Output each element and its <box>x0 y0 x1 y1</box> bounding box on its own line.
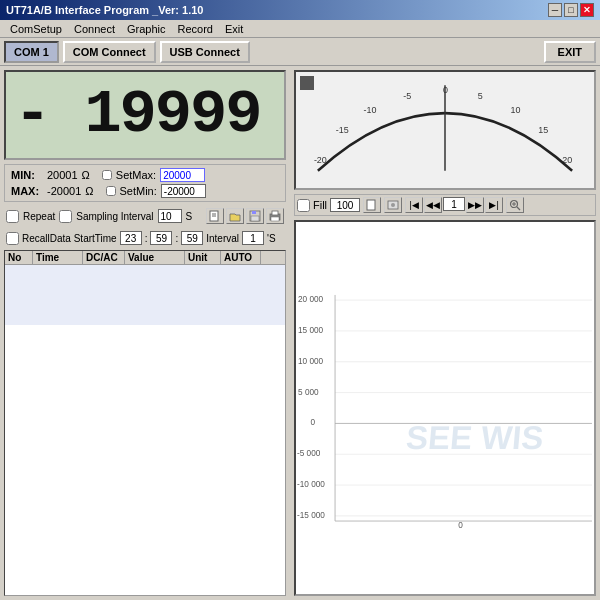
nav-first-btn[interactable]: |◀ <box>405 197 423 213</box>
save-icon-btn[interactable] <box>246 208 264 224</box>
svg-point-21 <box>391 203 395 207</box>
close-button[interactable]: ✕ <box>580 3 594 17</box>
gauge-area: -20 -15 -10 -5 0 5 10 15 20 <box>294 70 596 190</box>
min-unit: Ω <box>82 169 90 181</box>
nav-last-btn[interactable]: ▶| <box>485 197 503 213</box>
setmin-input[interactable] <box>161 184 206 198</box>
nav-prev-btn[interactable]: ◀◀ <box>424 197 442 213</box>
com-button[interactable]: COM 1 <box>4 41 59 63</box>
max-value: -20001 <box>47 185 81 197</box>
setmax-label: SetMax: <box>116 169 156 181</box>
col-auto: AUTO <box>221 251 261 264</box>
svg-text:20 000: 20 000 <box>298 295 324 304</box>
fill-checkbox[interactable] <box>297 199 310 212</box>
com-connect-button[interactable]: COM Connect <box>63 41 156 63</box>
setmin-checkbox[interactable] <box>106 186 116 196</box>
minmax-panel: MIN: 20001 Ω SetMax: MAX: -20001 Ω SetMi… <box>4 164 286 202</box>
min-label: MIN: <box>11 169 43 181</box>
window-controls: ─ □ ✕ <box>548 3 594 17</box>
svg-line-23 <box>517 207 520 210</box>
sampling-checkbox[interactable] <box>59 210 72 223</box>
title-bar: UT71A/B Interface Program _Ver: 1.10 ─ □… <box>0 0 600 20</box>
print-icon-btn[interactable] <box>266 208 284 224</box>
chart-new-btn[interactable] <box>363 197 381 213</box>
setmax-input[interactable] <box>160 168 205 182</box>
svg-text:-15: -15 <box>336 125 349 135</box>
sampling-input[interactable] <box>158 209 182 223</box>
zoom-btn[interactable] <box>506 197 524 213</box>
maximize-button[interactable]: □ <box>564 3 578 17</box>
menu-graphic[interactable]: Graphic <box>121 22 172 36</box>
window-title: UT71A/B Interface Program _Ver: 1.10 <box>6 4 203 16</box>
recall-interval[interactable] <box>242 231 264 245</box>
col-time: Time <box>33 251 83 264</box>
col-no: No <box>5 251 33 264</box>
col-value: Value <box>125 251 185 264</box>
max-label: MAX: <box>11 185 43 197</box>
svg-text:5 000: 5 000 <box>298 388 319 397</box>
svg-rect-8 <box>271 217 279 221</box>
recall-label: RecallData StartTime <box>22 233 117 244</box>
svg-text:10 000: 10 000 <box>298 357 324 366</box>
display-area: - 19999 <box>4 70 286 160</box>
recall-min[interactable] <box>150 231 172 245</box>
svg-text:-5 000: -5 000 <box>297 449 321 458</box>
sampling-unit: S <box>186 211 193 222</box>
recall-row: RecallData StartTime : : Interval 'S <box>4 230 286 246</box>
menu-comsetup[interactable]: ComSetup <box>4 22 68 36</box>
recall-checkbox[interactable] <box>6 232 19 245</box>
svg-text:0: 0 <box>310 418 315 427</box>
usb-connect-button[interactable]: USB Connect <box>160 41 250 63</box>
open-icon-btn[interactable] <box>226 208 244 224</box>
repeat-checkbox[interactable] <box>6 210 19 223</box>
svg-text:-10 000: -10 000 <box>297 480 325 489</box>
menu-record[interactable]: Record <box>172 22 219 36</box>
exit-button[interactable]: EXIT <box>544 41 596 63</box>
setmax-checkbox[interactable] <box>102 170 112 180</box>
svg-text:15 000: 15 000 <box>298 326 324 335</box>
chart-svg: 20 000 15 000 10 000 5 000 0 -5 000 -10 … <box>296 222 594 594</box>
svg-rect-19 <box>367 200 375 210</box>
svg-text:10: 10 <box>511 105 521 115</box>
nav-buttons: |◀ ◀◀ ▶▶ ▶| <box>405 197 503 213</box>
data-table: No Time DC/AC Value Unit AUTO <box>4 250 286 596</box>
svg-text:-10: -10 <box>364 105 377 115</box>
recall-sec[interactable] <box>181 231 203 245</box>
min-row: MIN: 20001 Ω SetMax: <box>11 168 279 182</box>
minimize-button[interactable]: ─ <box>548 3 562 17</box>
table-header: No Time DC/AC Value Unit AUTO <box>5 251 285 265</box>
setmin-label: SetMin: <box>120 185 157 197</box>
right-panel: -20 -15 -10 -5 0 5 10 15 20 Fill <box>290 66 600 600</box>
col-dcac: DC/AC <box>83 251 125 264</box>
repeat-label: Repeat <box>23 211 55 222</box>
max-unit: Ω <box>85 185 93 197</box>
recall-hour[interactable] <box>120 231 142 245</box>
svg-text:5: 5 <box>478 91 483 101</box>
menu-exit[interactable]: Exit <box>219 22 249 36</box>
display-value: - 19999 <box>14 84 260 146</box>
min-value: 20001 <box>47 169 78 181</box>
main-content: - 19999 MIN: 20001 Ω SetMax: MAX: -20001… <box>0 66 600 600</box>
gauge-corner-icon <box>300 76 314 90</box>
fill-input[interactable] <box>330 198 360 212</box>
svg-text:0: 0 <box>458 521 463 530</box>
chart-screenshot-btn[interactable] <box>384 197 402 213</box>
nav-next-btn[interactable]: ▶▶ <box>466 197 484 213</box>
toolbar: COM 1 COM Connect USB Connect EXIT <box>0 38 600 66</box>
svg-text:-15 000: -15 000 <box>297 511 325 520</box>
menu-connect[interactable]: Connect <box>68 22 121 36</box>
max-row: MAX: -20001 Ω SetMin: <box>11 184 279 198</box>
watermark-text: SEE WIS <box>405 419 545 456</box>
svg-rect-5 <box>251 216 259 221</box>
svg-text:15: 15 <box>538 125 548 135</box>
svg-rect-7 <box>272 211 278 215</box>
interval-label: Interval <box>206 233 239 244</box>
sampling-label: Sampling Interval <box>76 211 153 222</box>
icon-buttons <box>206 208 284 224</box>
table-body <box>5 265 285 325</box>
new-icon-btn[interactable] <box>206 208 224 224</box>
gauge-svg: -20 -15 -10 -5 0 5 10 15 20 <box>296 72 594 188</box>
interval-unit: 'S <box>267 233 276 244</box>
chart-toolbar: Fill |◀ ◀◀ ▶▶ ▶| <box>294 194 596 216</box>
page-input[interactable] <box>443 197 465 211</box>
